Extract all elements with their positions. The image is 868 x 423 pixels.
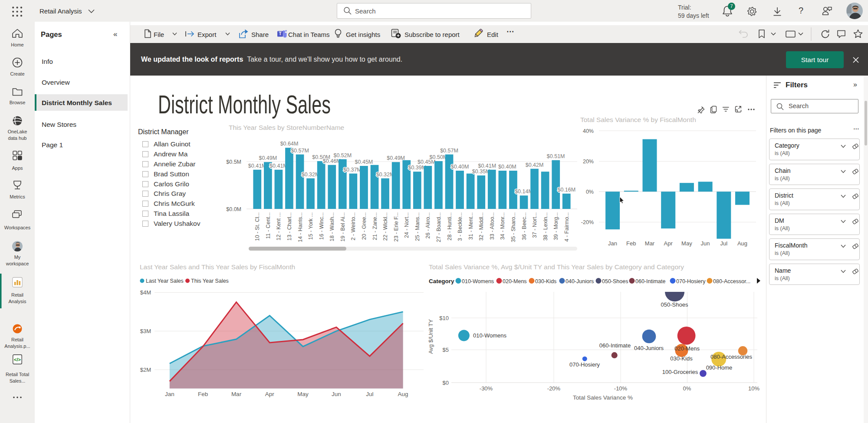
svg-text:080-Accessories: 080-Accessories [710, 354, 753, 360]
svg-text:Jun: Jun [332, 391, 341, 397]
svg-text:11 - Cent...: 11 - Cent... [265, 212, 271, 239]
svg-text:Aug: Aug [398, 391, 408, 397]
svg-text:030-Kids: 030-Kids [670, 355, 693, 362]
svg-text:15 - York ...: 15 - York ... [308, 212, 314, 240]
svg-text:070-Hosiery: 070-Hosiery [569, 361, 600, 368]
svg-text:Aug: Aug [737, 240, 747, 247]
svg-text:$0.57M: $0.57M [440, 148, 458, 154]
svg-text:020-Mens: 020-Mens [674, 345, 700, 352]
svg-text:$3M: $3M [140, 328, 151, 334]
svg-text:$0.49M: $0.49M [387, 155, 405, 161]
svg-text:090-Home: 090-Home [706, 364, 733, 371]
svg-text:070-Hosiery: 070-Hosiery [676, 278, 706, 284]
svg-text:$0.41M: $0.41M [270, 163, 288, 169]
svg-text:$0.57M: $0.57M [291, 148, 309, 154]
svg-text:38 - Lexin...: 38 - Lexin... [542, 212, 549, 241]
svg-text:This Year Sales: This Year Sales [191, 278, 229, 284]
svg-text:$0.64M: $0.64M [280, 141, 299, 147]
svg-text:18 - Wash...: 18 - Wash... [329, 212, 335, 241]
svg-text:010-Womens: 010-Womens [462, 278, 494, 284]
svg-text:This Year Sales by StoreNumber: This Year Sales by StoreNumberName [229, 124, 344, 131]
svg-text:Jul: Jul [366, 391, 373, 397]
svg-text:13 - Charl...: 13 - Charl... [286, 212, 293, 241]
svg-text:20 - Gree...: 20 - Gree... [361, 212, 367, 240]
svg-text:31 - Ment...: 31 - Ment... [468, 212, 474, 240]
svg-text:$0.16M: $0.16M [557, 187, 575, 193]
svg-text:050-Shoes: 050-Shoes [661, 301, 688, 308]
svg-text:Total Sales Variance %: Total Sales Variance % [573, 394, 633, 401]
svg-text:14 - Harris...: 14 - Harris... [297, 212, 303, 242]
svg-text:-20%: -20% [581, 219, 594, 225]
svg-text:39 - Morg...: 39 - Morg... [553, 212, 559, 240]
svg-text:4 - Fairmo...: 4 - Fairmo... [564, 212, 570, 241]
svg-text:$2M: $2M [140, 367, 151, 373]
svg-text:040-Juniors: 040-Juniors [566, 278, 594, 284]
svg-text:$4M: $4M [140, 289, 151, 296]
svg-text:$0.42M: $0.42M [526, 162, 544, 168]
svg-text:32 - Middl...: 32 - Middl... [478, 212, 484, 241]
svg-text:May: May [297, 391, 309, 397]
svg-text:0%: 0% [683, 385, 691, 392]
svg-text:36 - Beec...: 36 - Beec... [521, 212, 527, 240]
svg-text:$0: $0 [443, 380, 449, 386]
svg-text:$0.5M: $0.5M [226, 159, 241, 165]
svg-text:Apr: Apr [265, 391, 275, 397]
svg-text:3 - Beckle...: 3 - Beckle... [457, 212, 463, 241]
svg-text:34 - Monr...: 34 - Monr... [500, 212, 506, 240]
svg-text:0%: 0% [586, 189, 594, 195]
svg-text:2 - Weirto...: 2 - Weirto... [350, 212, 356, 240]
svg-text:20%: 20% [583, 159, 594, 165]
svg-text:050-Shoes: 050-Shoes [602, 278, 628, 284]
svg-text:12 - Kent ...: 12 - Kent ... [276, 212, 282, 241]
svg-text:030-Kids: 030-Kids [535, 278, 556, 284]
svg-text:$0.41M: $0.41M [478, 163, 496, 169]
svg-text:Avg $/Unit TY: Avg $/Unit TY [427, 319, 434, 354]
svg-text:060-Intimate: 060-Intimate [599, 342, 631, 349]
svg-text:010-Womens: 010-Womens [473, 332, 507, 339]
svg-text:16 - Winc...: 16 - Winc... [319, 212, 325, 240]
svg-text:$0.45M: $0.45M [355, 159, 373, 165]
svg-text:Feb: Feb [198, 391, 208, 397]
svg-text:-20%: -20% [547, 385, 561, 392]
svg-text:080-Accessor...: 080-Accessor... [713, 278, 750, 284]
svg-text:$10: $10 [439, 315, 449, 321]
svg-text:37 - Nort...: 37 - Nort... [532, 212, 538, 238]
svg-text:33 - Altoo...: 33 - Altoo... [489, 212, 495, 240]
svg-text:Jan: Jan [608, 240, 617, 247]
svg-text:$5: $5 [443, 347, 449, 353]
svg-text:Last Year Sales: Last Year Sales [146, 278, 184, 284]
svg-text:Category: Category [429, 278, 454, 284]
svg-text:35 - Sharo...: 35 - Sharo... [510, 212, 516, 242]
svg-text:$0.40M: $0.40M [498, 164, 516, 170]
svg-text:Jan: Jan [165, 391, 174, 397]
svg-text:Total Sales Variance % by Fisc: Total Sales Variance % by FiscalMonth [580, 116, 696, 123]
svg-text:Apr: Apr [664, 240, 673, 247]
svg-text:25 - Mans...: 25 - Mans... [414, 212, 421, 241]
svg-text:$0.46M: $0.46M [323, 158, 341, 164]
svg-text:$0.39M: $0.39M [408, 165, 426, 171]
svg-text:$0.14M: $0.14M [515, 188, 533, 195]
svg-text:$0.52M: $0.52M [333, 152, 352, 159]
svg-text:Mar: Mar [645, 240, 655, 247]
svg-text:10%: 10% [748, 385, 760, 392]
svg-text:19 - Bel Ai...: 19 - Bel Ai... [340, 212, 346, 241]
svg-text:$0.51M: $0.51M [547, 153, 565, 159]
svg-text:22 - Wickl...: 22 - Wickl... [382, 212, 388, 241]
svg-text:23 - Erie F...: 23 - Erie F... [393, 212, 399, 241]
svg-text:Mar: Mar [231, 391, 242, 397]
svg-text:$0.35M: $0.35M [472, 169, 490, 175]
svg-text:$0.41M: $0.41M [248, 163, 266, 169]
svg-text:Total Sales Variance %, Avg $/: Total Sales Variance %, Avg $/Unit TY an… [429, 263, 684, 271]
svg-text:020-Mens: 020-Mens [503, 278, 527, 284]
svg-text:$0.50M: $0.50M [430, 154, 448, 160]
svg-text:21 - Zane...: 21 - Zane... [372, 212, 378, 240]
svg-text:Feb: Feb [626, 240, 636, 247]
svg-text:040-Juniors: 040-Juniors [634, 345, 664, 351]
svg-text:May: May [681, 240, 692, 247]
svg-text:$0.32M: $0.32M [376, 172, 395, 178]
svg-text:28 - Hunti...: 28 - Hunti... [447, 212, 453, 241]
svg-text:Last Year Sales and This Year: Last Year Sales and This Year Sales by F… [140, 263, 295, 271]
svg-text:40%: 40% [583, 128, 594, 134]
svg-text:$0.40M: $0.40M [451, 164, 469, 170]
svg-text:</>: </> [14, 357, 21, 362]
